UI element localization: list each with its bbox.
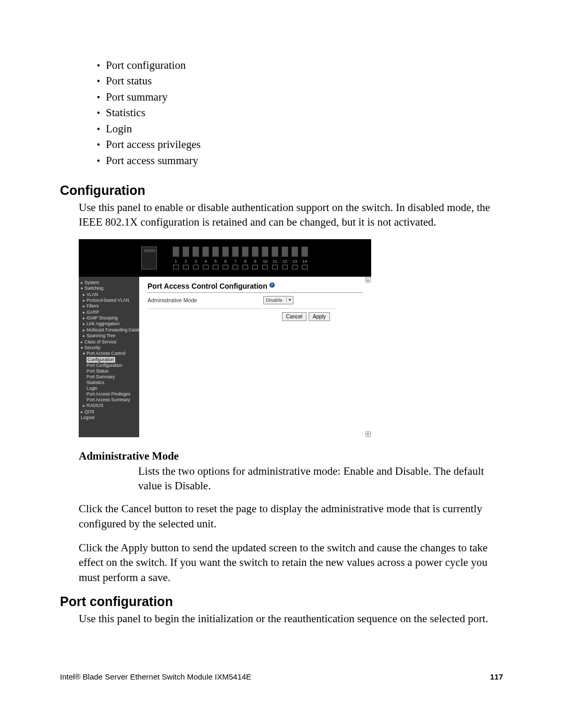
nav-item-configuration[interactable]: Configuration bbox=[87, 357, 137, 363]
cancel-button[interactable]: Cancel bbox=[282, 312, 307, 321]
port-number: 13 bbox=[290, 259, 299, 264]
bullet-text: Port summary bbox=[106, 89, 167, 105]
port-number: 5 bbox=[211, 259, 220, 264]
field-label-admin-mode: Administrative Mode bbox=[148, 297, 263, 303]
port-number: 1 bbox=[172, 259, 180, 264]
content-panel: ▴ Port Access Control Configuration ? Ad… bbox=[139, 277, 371, 437]
nav-item-filters[interactable]: ▸Filters bbox=[83, 303, 137, 309]
port-header-strip: 1 2 3 4 5 6 7 8 9 10 11 12 13 14 bbox=[79, 239, 371, 277]
caret-right-icon: ▸ bbox=[83, 310, 85, 315]
bullet-icon: • bbox=[91, 59, 106, 72]
nav-item-security[interactable]: ▾Security bbox=[81, 345, 137, 351]
caret-right-icon: ▸ bbox=[81, 410, 83, 415]
nav-item-port-summary[interactable]: Port Summary bbox=[87, 374, 137, 380]
port-number: 12 bbox=[280, 259, 289, 264]
port-number: 3 bbox=[191, 259, 200, 264]
caret-right-icon: ▸ bbox=[83, 304, 85, 309]
nav-item-garp[interactable]: ▸GARP bbox=[83, 310, 137, 315]
caret-right-icon: ▸ bbox=[83, 292, 85, 298]
nav-item-vlan[interactable]: ▸VLAN bbox=[83, 292, 137, 298]
nav-item-logout[interactable]: Logout bbox=[81, 415, 137, 421]
admin-mode-select[interactable]: Disable ▼ bbox=[263, 296, 293, 304]
page-number: 117 bbox=[490, 672, 503, 681]
caret-right-icon: ▸ bbox=[83, 316, 85, 321]
select-value: Disable bbox=[266, 297, 283, 303]
nav-item-radius[interactable]: ▸RADIUS bbox=[83, 403, 137, 409]
apply-paragraph: Click the Apply button to send the updat… bbox=[79, 540, 503, 585]
embedded-ui-screenshot: 1 2 3 4 5 6 7 8 9 10 11 12 13 14 ▸System… bbox=[79, 239, 371, 437]
bullet-icon: • bbox=[91, 106, 106, 120]
footer-text: Intel® Blade Server Ethernet Switch Modu… bbox=[60, 672, 251, 681]
bullet-text: Port status bbox=[106, 73, 152, 89]
list-item: •Port access privileges bbox=[91, 137, 503, 152]
list-item: •Port status bbox=[91, 73, 503, 89]
nav-item-switching[interactable]: ▾Switching bbox=[81, 286, 137, 291]
nav-item-statistics[interactable]: Statistics bbox=[87, 380, 137, 386]
port-number: 7 bbox=[231, 259, 240, 264]
nav-item-class-of-service[interactable]: ▸Class of Service bbox=[81, 339, 137, 345]
section-paragraph: Use this panel to enable or disable auth… bbox=[79, 200, 503, 230]
nav-item-system[interactable]: ▸System bbox=[81, 280, 137, 286]
port-number: 14 bbox=[300, 259, 309, 264]
port-number: 9 bbox=[251, 259, 260, 264]
bullet-icon: • bbox=[91, 122, 106, 136]
list-item: •Port configuration bbox=[91, 57, 503, 73]
bullet-text: Port access privileges bbox=[106, 137, 201, 152]
caret-down-icon: ▾ bbox=[83, 351, 85, 356]
nav-item-qos[interactable]: ▸QOS bbox=[81, 409, 137, 415]
panel-title: Port Access Control Configuration bbox=[148, 282, 267, 290]
list-item: •Login bbox=[91, 121, 503, 137]
divider bbox=[148, 292, 363, 293]
bullet-icon: • bbox=[91, 91, 106, 104]
scroll-down-icon[interactable]: ▾ bbox=[365, 431, 371, 437]
subheading-admin-mode: Administrative Mode bbox=[79, 450, 503, 463]
port-number: 8 bbox=[241, 259, 250, 264]
nav-item-spanning-tree[interactable]: ▸Spanning Tree bbox=[83, 333, 137, 339]
nav-item-port-access-summary[interactable]: Port Access Summary bbox=[87, 397, 137, 403]
device-icon bbox=[141, 246, 157, 269]
list-item: •Port summary bbox=[91, 89, 503, 105]
port-number: 11 bbox=[271, 259, 279, 264]
bullet-text: Login bbox=[106, 121, 132, 137]
section-heading-port-configuration: Port configuration bbox=[60, 594, 503, 609]
nav-item-link-aggregation[interactable]: ▸Link Aggregation bbox=[83, 321, 137, 327]
apply-button[interactable]: Apply bbox=[309, 312, 330, 321]
nav-item-port-access-privileges[interactable]: Port Access Privileges bbox=[87, 391, 137, 397]
scroll-up-icon[interactable]: ▴ bbox=[365, 277, 371, 282]
bullet-text: Port configuration bbox=[106, 57, 186, 73]
caret-right-icon: ▸ bbox=[83, 298, 85, 303]
nav-item-multicast-fwd[interactable]: ▸Multicast Forwarding Database bbox=[83, 327, 137, 333]
caret-down-icon: ▾ bbox=[81, 346, 83, 351]
nav-item-port-status[interactable]: Port Status bbox=[87, 368, 137, 374]
admin-mode-description: Lists the two options for administrative… bbox=[138, 464, 503, 493]
nav-sidebar: ▸System ▾Switching ▸VLAN ▸Protocol-based… bbox=[79, 277, 139, 437]
cancel-paragraph: Click the Cancel button to reset the pag… bbox=[79, 501, 503, 531]
nav-item-port-configuration[interactable]: Port Configuration bbox=[87, 363, 137, 368]
caret-right-icon: ▸ bbox=[81, 280, 83, 286]
help-icon[interactable]: ? bbox=[270, 282, 275, 288]
caret-right-icon: ▸ bbox=[83, 322, 85, 327]
caret-right-icon: ▸ bbox=[83, 328, 85, 333]
list-item: •Statistics bbox=[91, 105, 503, 120]
chevron-down-icon: ▼ bbox=[286, 298, 292, 302]
bullet-icon: • bbox=[91, 154, 106, 168]
nav-item-port-access-control[interactable]: ▾Port Access Control bbox=[83, 351, 137, 356]
bullet-icon: • bbox=[91, 138, 106, 152]
caret-right-icon: ▸ bbox=[83, 403, 85, 409]
caret-down-icon: ▾ bbox=[81, 286, 83, 291]
port-number: 2 bbox=[181, 259, 190, 264]
section-paragraph: Use this panel to begin the initializati… bbox=[79, 611, 503, 626]
port-number: 4 bbox=[201, 259, 210, 264]
caret-right-icon: ▸ bbox=[83, 334, 85, 339]
list-item: •Port access summary bbox=[91, 153, 503, 168]
caret-right-icon: ▸ bbox=[81, 340, 83, 345]
nav-item-igmp[interactable]: ▸IGMP Snooping bbox=[83, 315, 137, 321]
bullet-list: •Port configuration •Port status •Port s… bbox=[91, 57, 503, 168]
page-footer: Intel® Blade Server Ethernet Switch Modu… bbox=[60, 672, 503, 681]
bullet-icon: • bbox=[91, 75, 106, 88]
nav-item-login[interactable]: Login bbox=[87, 386, 137, 391]
port-number: 10 bbox=[261, 259, 270, 264]
nav-item-protocol-vlan[interactable]: ▸Protocol-based VLAN bbox=[83, 298, 137, 303]
divider bbox=[148, 309, 335, 309]
bullet-text: Statistics bbox=[106, 105, 145, 120]
